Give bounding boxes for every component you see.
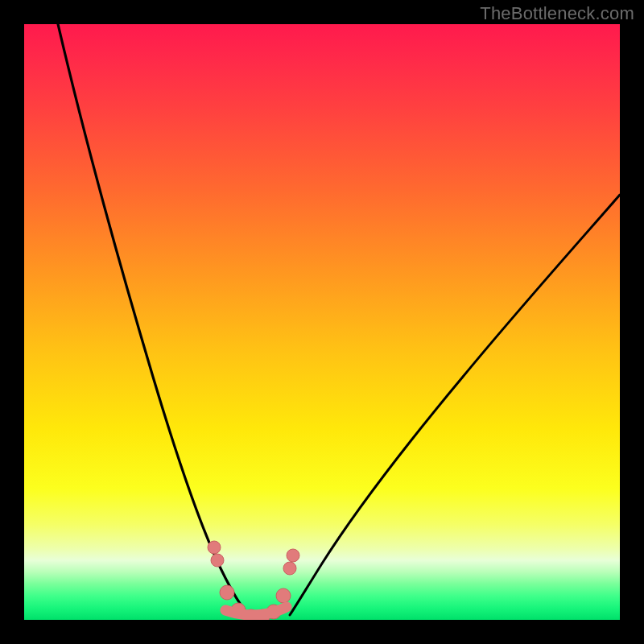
chart-frame: TheBottleneck.com <box>0 0 644 644</box>
right-branch-curve <box>290 195 620 615</box>
svg-point-9 <box>287 549 299 562</box>
svg-point-8 <box>283 562 296 575</box>
svg-point-0 <box>208 541 221 554</box>
bottom-ridge-line <box>225 607 287 615</box>
watermark-text: TheBottleneck.com <box>480 3 634 24</box>
curve-layer <box>24 24 620 620</box>
plot-area <box>24 24 620 620</box>
svg-point-7 <box>276 588 291 603</box>
svg-point-1 <box>211 554 224 567</box>
svg-point-2 <box>220 585 234 600</box>
left-branch-curve <box>58 24 248 615</box>
